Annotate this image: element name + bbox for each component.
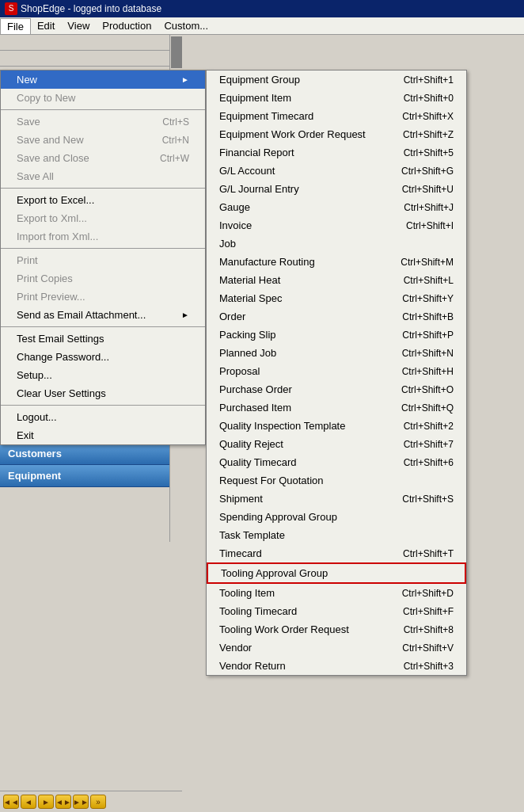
- submenu-item-quality-reject[interactable]: Quality RejectCtrl+Shift+7: [207, 435, 466, 453]
- menu-item-print-copies: Print Copies: [1, 269, 205, 288]
- email-arrow: ►: [181, 311, 189, 319]
- nav-first-btn[interactable]: ◄◄: [3, 795, 19, 809]
- menu-item-import-xml: Import from Xml...: [1, 227, 205, 246]
- menu-item-export-xml: Export to Xml...: [1, 209, 205, 227]
- submenu-item-equipment-work-order-request[interactable]: Equipment Work Order RequestCtrl+Shift+Z: [207, 125, 466, 143]
- file-dropdown-menu: New ► Copy to New Save Ctrl+S Save and N…: [0, 70, 206, 445]
- submenu-item-gl-journal-entry[interactable]: G/L Journal EntryCtrl+Shift+U: [207, 180, 466, 198]
- menu-bar: File Edit View Production Custom...: [0, 17, 524, 35]
- sep2: [1, 188, 205, 189]
- menu-item-save: Save Ctrl+S: [1, 112, 205, 131]
- submenu-item-material-heat[interactable]: Material HeatCtrl+Shift+L: [207, 271, 466, 289]
- menu-item-new-label: New: [17, 74, 37, 86]
- submenu-item-purchase-order[interactable]: Purchase OrderCtrl+Shift+O: [207, 380, 466, 398]
- menu-item-change-password[interactable]: Change Password...: [1, 348, 205, 366]
- menu-item-logout[interactable]: Logout...: [1, 408, 205, 426]
- nav-last-btn[interactable]: ►►: [73, 795, 89, 809]
- nav-more-btn[interactable]: »: [90, 795, 106, 809]
- menu-item-exit[interactable]: Exit: [1, 426, 205, 444]
- submenu-item-order[interactable]: OrderCtrl+Shift+B: [207, 307, 466, 326]
- menu-file[interactable]: File: [0, 18, 31, 34]
- menu-item-save-and-close: Save and Close Ctrl+W: [1, 149, 205, 167]
- submenu-item-gl-account[interactable]: G/L AccountCtrl+Shift+G: [207, 162, 466, 180]
- nav-prev-btn[interactable]: ◄: [21, 795, 36, 809]
- new-submenu: Equipment GroupCtrl+Shift+1Equipment Ite…: [206, 70, 467, 676]
- sep1: [1, 109, 205, 110]
- sep3: [1, 248, 205, 249]
- menu-item-print: Print: [1, 251, 205, 269]
- app-icon: S: [5, 2, 17, 15]
- menu-item-new-arrow: ►: [181, 75, 189, 84]
- submenu-item-packing-slip[interactable]: Packing SlipCtrl+Shift+P: [207, 326, 466, 344]
- submenu-item-request-for-quotation[interactable]: Request For Quotation: [207, 471, 466, 490]
- submenu-item-tooling-timecard[interactable]: Tooling TimecardCtrl+Shift+F: [207, 602, 466, 620]
- submenu-item-task-template[interactable]: Task Template: [207, 526, 466, 544]
- menu-item-print-preview: Print Preview...: [1, 288, 205, 306]
- menu-edit[interactable]: Edit: [31, 18, 61, 33]
- submenu-item-job[interactable]: Job: [207, 234, 466, 253]
- submenu-item-tooling-work-order-request[interactable]: Tooling Work Order RequestCtrl+Shift+8: [207, 620, 466, 639]
- submenu-item-equipment-item[interactable]: Equipment ItemCtrl+Shift+0: [207, 89, 466, 107]
- menu-item-save-all: Save All: [1, 167, 205, 185]
- menu-item-new[interactable]: New ►: [1, 71, 205, 89]
- menu-item-clear-settings[interactable]: Clear User Settings: [1, 384, 205, 402]
- sep5: [1, 405, 205, 406]
- submenu-item-manufacture-routing[interactable]: Manufacture RoutingCtrl+Shift+M: [207, 253, 466, 271]
- submenu-item-vendor-return[interactable]: Vendor ReturnCtrl+Shift+3: [207, 657, 466, 675]
- submenu-item-purchased-item[interactable]: Purchased ItemCtrl+Shift+Q: [207, 398, 466, 417]
- app-area: Open Work Orders Planned Maintenance A/P…: [0, 35, 524, 812]
- sep4: [1, 326, 205, 327]
- menu-item-test-email[interactable]: Test Email Settings: [1, 330, 205, 348]
- menu-custom[interactable]: Custom...: [158, 18, 215, 33]
- submenu-item-gauge[interactable]: GaugeCtrl+Shift+J: [207, 198, 466, 216]
- nav-equipment[interactable]: Equipment: [0, 465, 182, 487]
- submenu-item-shipment[interactable]: ShipmentCtrl+Shift+S: [207, 490, 466, 508]
- submenu-item-proposal[interactable]: ProposalCtrl+Shift+H: [207, 362, 466, 380]
- menu-view[interactable]: View: [61, 18, 96, 33]
- menu-item-email-attachment[interactable]: Send as Email Attachment... ►: [1, 306, 205, 324]
- menu-item-copy-to-new: Copy to New: [1, 89, 205, 107]
- submenu-item-quality-timecard[interactable]: Quality TimecardCtrl+Shift+6: [207, 453, 466, 471]
- submenu-item-vendor[interactable]: VendorCtrl+Shift+V: [207, 639, 466, 657]
- submenu-item-material-spec[interactable]: Material SpecCtrl+Shift+Y: [207, 289, 466, 307]
- title-text: ShopEdge - logged into database: [21, 3, 161, 14]
- title-bar: S ShopEdge - logged into database: [0, 0, 524, 17]
- submenu-item-spending-approval-group[interactable]: Spending Approval Group: [207, 508, 466, 526]
- menu-item-save-and-new: Save and New Ctrl+N: [1, 131, 205, 149]
- submenu-item-tooling-item[interactable]: Tooling ItemCtrl+Shift+D: [207, 584, 466, 602]
- submenu-item-equipment-timecard[interactable]: Equipment TimecardCtrl+Shift+X: [207, 107, 466, 125]
- bottom-nav-bar: ◄◄ ◄ ► ◄► ►► »: [0, 791, 182, 812]
- submenu-item-timecard[interactable]: TimecardCtrl+Shift+T: [207, 544, 466, 562]
- nav-next-btn[interactable]: ►: [38, 795, 54, 809]
- nav-customers[interactable]: Customers: [0, 443, 182, 465]
- menu-item-setup[interactable]: Setup...: [1, 366, 205, 384]
- submenu-item-equipment-group[interactable]: Equipment GroupCtrl+Shift+1: [207, 71, 466, 89]
- menu-item-export-excel[interactable]: Export to Excel...: [1, 191, 205, 209]
- submenu-item-tooling-approval-group[interactable]: Tooling Approval Group: [207, 562, 466, 584]
- menu-production[interactable]: Production: [96, 18, 158, 33]
- submenu-item-quality-inspection-template[interactable]: Quality Inspection TemplateCtrl+Shift+2: [207, 417, 466, 435]
- submenu-item-financial-report[interactable]: Financial ReportCtrl+Shift+5: [207, 143, 466, 162]
- submenu-item-planned-job[interactable]: Planned JobCtrl+Shift+N: [207, 344, 466, 362]
- dropdown-container: New ► Copy to New Save Ctrl+S Save and N…: [0, 70, 206, 445]
- submenu-item-invoice[interactable]: InvoiceCtrl+Shift+I: [207, 216, 466, 234]
- nav-prev-alt-btn[interactable]: ◄►: [55, 795, 71, 809]
